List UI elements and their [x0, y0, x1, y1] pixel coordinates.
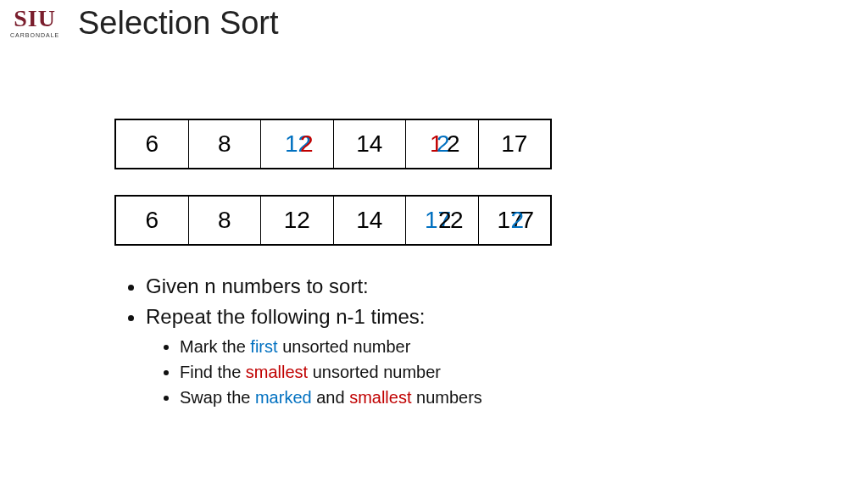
- sub-bullet-3: Swap the marked and smallest numbers: [180, 385, 482, 410]
- array-cell: 1722: [406, 197, 479, 244]
- array-cell: 12: [261, 197, 334, 244]
- array-cell: 8: [189, 120, 262, 168]
- kw-smallest-2: smallest: [349, 388, 411, 407]
- logo: SIU CARBONDALE: [10, 7, 59, 38]
- array-cell: 1727: [479, 197, 551, 244]
- array-cell: 14: [334, 197, 407, 244]
- array-cell: 122: [406, 120, 479, 168]
- array-cell: 8: [189, 197, 262, 244]
- kw-smallest: smallest: [246, 363, 308, 381]
- array-row-2: 68121417221727: [114, 195, 552, 246]
- kw-first: first: [250, 337, 277, 356]
- page-title: Selection Sort: [78, 5, 279, 42]
- arrays-region: 681221412217 68121417221727: [114, 119, 552, 271]
- sub-bullet-2: Find the smallest unsorted number: [180, 359, 482, 385]
- array-cell: 14: [334, 120, 407, 168]
- logo-main: SIU: [10, 7, 59, 30]
- array-row-1: 681221412217: [114, 119, 552, 169]
- array-cell: 17: [479, 120, 551, 168]
- logo-sub: CARBONDALE: [10, 32, 59, 38]
- sub-bullet-1: Mark the first unsorted number: [180, 334, 482, 359]
- bullet-2: Repeat the following n-1 times: Mark the…: [146, 302, 482, 410]
- array-cell: 6: [116, 120, 189, 168]
- kw-marked: marked: [255, 388, 312, 407]
- array-cell: 122: [261, 120, 334, 168]
- description: Given n numbers to sort: Repeat the foll…: [125, 271, 482, 410]
- array-cell: 6: [116, 197, 189, 244]
- bullet-1: Given n numbers to sort:: [146, 271, 482, 302]
